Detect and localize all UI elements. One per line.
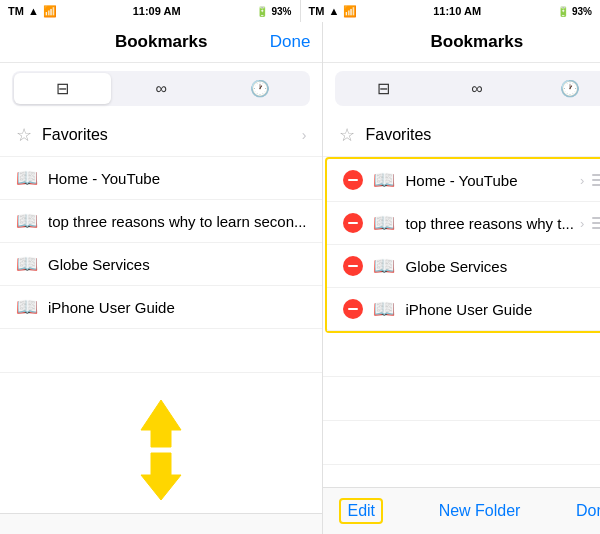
- highlighted-bookmarks-box: 📖 Home - YouTube › 📖 top three reasons w…: [325, 157, 600, 333]
- right-tab-bookmarks[interactable]: ⊟: [337, 73, 429, 104]
- left-bookmark-row-0[interactable]: 📖 Home - YouTube: [0, 157, 322, 200]
- left-wifi-icon: 📶: [43, 5, 57, 18]
- left-status-bar: TM ▲ 📶 11:09 AM 🔋 93%: [0, 0, 301, 22]
- left-favorites-label: Favorites: [42, 126, 302, 144]
- right-new-folder-button[interactable]: New Folder: [439, 502, 521, 520]
- right-status-bar: TM ▲ 📶 11:10 AM 🔋 93%: [301, 0, 601, 22]
- left-reading-list-tab-icon: ∞: [156, 80, 167, 98]
- right-empty-row-2: [323, 421, 600, 465]
- right-segmented-control: ⊟ ∞ 🕐: [335, 71, 600, 106]
- right-panel: Bookmarks ⊟ ∞ 🕐 ☆ Favorites: [323, 22, 600, 534]
- right-delete-minus-3: [348, 308, 358, 310]
- left-time: 11:09 AM: [133, 5, 181, 17]
- left-favorites-row[interactable]: ☆ Favorites ›: [0, 114, 322, 157]
- left-done-button[interactable]: Done: [270, 32, 311, 52]
- right-delete-btn-1[interactable]: [343, 213, 363, 233]
- right-book-icon-3: 📖: [373, 298, 395, 320]
- right-bookmark-text-1: top three reasons why t...: [405, 215, 573, 232]
- right-delete-btn-2[interactable]: [343, 256, 363, 276]
- right-row-chevron-1: ›: [580, 216, 584, 231]
- left-bookmark-row-3[interactable]: 📖 iPhone User Guide: [0, 286, 322, 329]
- right-favorites-label: Favorites: [365, 126, 600, 144]
- right-bookmark-list: ☆ Favorites 📖 Home - YouTube ›: [323, 114, 600, 487]
- right-empty-row-0: [323, 333, 600, 377]
- right-bookmark-row-1[interactable]: 📖 top three reasons why t... ›: [327, 202, 600, 245]
- right-drag-line-0c: [592, 184, 600, 186]
- right-drag-line-0a: [592, 174, 600, 176]
- left-bookmark-row-2[interactable]: 📖 Globe Services: [0, 243, 322, 286]
- left-arrow-up-container: [0, 385, 322, 450]
- right-drag-line-1b: [592, 222, 600, 224]
- right-signal-icon: ▲: [328, 5, 339, 17]
- right-book-icon-0: 📖: [373, 169, 395, 191]
- right-drag-line-1a: [592, 217, 600, 219]
- right-bookmark-text-3: iPhone User Guide: [405, 301, 600, 318]
- right-delete-minus-1: [348, 222, 358, 224]
- right-history-tab-icon: 🕐: [560, 79, 580, 98]
- left-book-icon-3: 📖: [16, 296, 38, 318]
- right-bookmark-tab-icon: ⊟: [377, 79, 390, 98]
- left-battery-icons: 🔋: [256, 6, 268, 17]
- right-panel-title: Bookmarks: [431, 32, 524, 52]
- left-bookmark-text-1: top three reasons why to learn secon...: [48, 213, 306, 230]
- left-bookmark-text-3: iPhone User Guide: [48, 299, 306, 316]
- right-carrier: TM: [309, 5, 325, 17]
- right-drag-line-0b: [592, 179, 600, 181]
- right-drag-handle-1[interactable]: [592, 217, 600, 229]
- right-drag-line-1c: [592, 227, 600, 229]
- right-battery: 93%: [572, 6, 592, 17]
- right-panel-header: Bookmarks: [323, 22, 600, 63]
- right-empty-row-3: [323, 465, 600, 487]
- left-empty-row-1: [0, 373, 322, 385]
- left-history-tab-icon: 🕐: [250, 79, 270, 98]
- right-star-icon: ☆: [339, 124, 355, 146]
- right-tab-history[interactable]: 🕐: [525, 73, 600, 104]
- right-edit-button[interactable]: Edit: [339, 498, 383, 524]
- right-done-button[interactable]: Done: [576, 502, 600, 520]
- left-favorites-chevron-icon: ›: [302, 127, 307, 143]
- right-delete-btn-0[interactable]: [343, 170, 363, 190]
- right-time: 11:10 AM: [433, 5, 481, 17]
- right-wifi-icon: 📶: [343, 5, 357, 18]
- right-panel-footer: Edit New Folder Done: [323, 487, 600, 534]
- right-bookmark-text-0: Home - YouTube: [405, 172, 573, 189]
- right-bookmark-row-3[interactable]: 📖 iPhone User Guide: [327, 288, 600, 331]
- left-bookmark-tab-icon: ⊟: [56, 79, 69, 98]
- right-bookmark-row-0[interactable]: 📖 Home - YouTube ›: [327, 159, 600, 202]
- right-delete-minus-0: [348, 179, 358, 181]
- left-battery: 93%: [271, 6, 291, 17]
- left-book-icon-2: 📖: [16, 253, 38, 275]
- right-book-icon-1: 📖: [373, 212, 395, 234]
- left-tab-history[interactable]: 🕐: [212, 73, 309, 104]
- left-bookmark-text-0: Home - YouTube: [48, 170, 306, 187]
- left-book-icon-0: 📖: [16, 167, 38, 189]
- right-battery-icons: 🔋: [557, 6, 569, 17]
- right-delete-btn-3[interactable]: [343, 299, 363, 319]
- left-book-icon-1: 📖: [16, 210, 38, 232]
- right-favorites-row[interactable]: ☆ Favorites: [323, 114, 600, 157]
- left-panel-title: Bookmarks: [115, 32, 208, 52]
- svg-marker-0: [141, 400, 181, 447]
- right-drag-handle-0[interactable]: [592, 174, 600, 186]
- left-panel-header: Bookmarks Done: [0, 22, 322, 63]
- left-panel-footer: [0, 513, 322, 534]
- left-star-icon: ☆: [16, 124, 32, 146]
- svg-marker-1: [141, 453, 181, 500]
- right-book-icon-2: 📖: [373, 255, 395, 277]
- left-segmented-control: ⊟ ∞ 🕐: [12, 71, 310, 106]
- left-panel: Bookmarks Done ⊟ ∞ 🕐 ☆ Favorites › 📖 Hom…: [0, 22, 323, 534]
- left-tab-reading-list[interactable]: ∞: [113, 73, 210, 104]
- right-bookmark-row-2[interactable]: 📖 Globe Services: [327, 245, 600, 288]
- right-delete-minus-2: [348, 265, 358, 267]
- right-tab-reading-list[interactable]: ∞: [431, 73, 523, 104]
- left-tab-bookmarks[interactable]: ⊟: [14, 73, 111, 104]
- right-row-chevron-0: ›: [580, 173, 584, 188]
- arrow-up-icon: [136, 395, 186, 450]
- left-carrier: TM: [8, 5, 24, 17]
- right-empty-row-1: [323, 377, 600, 421]
- left-bookmark-list: ☆ Favorites › 📖 Home - YouTube 📖 top thr…: [0, 114, 322, 385]
- left-bookmark-text-2: Globe Services: [48, 256, 306, 273]
- arrow-down-icon: [136, 450, 186, 505]
- left-bookmark-row-1[interactable]: 📖 top three reasons why to learn secon..…: [0, 200, 322, 243]
- left-empty-row-0: [0, 329, 322, 373]
